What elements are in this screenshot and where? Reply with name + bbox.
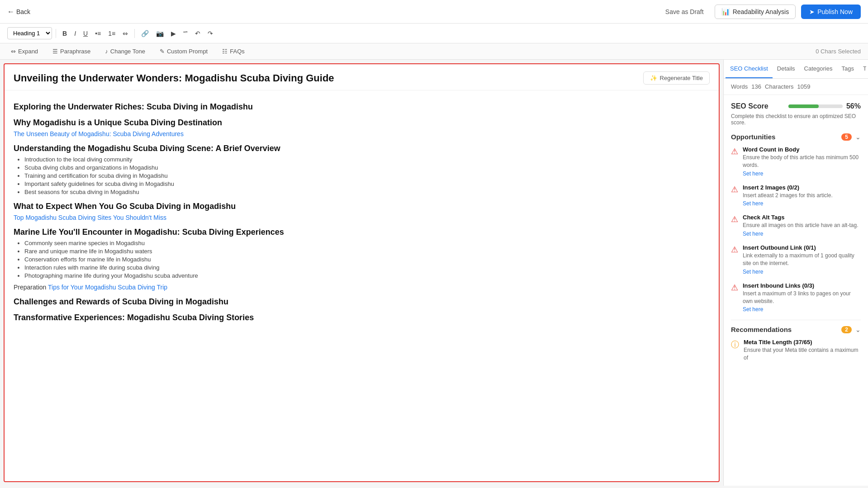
section-mixed-1: Preparation Tips for Your Mogadishu Scub… [14, 284, 710, 291]
tab-tags[interactable]: Tags [837, 60, 858, 78]
warning-icon-yellow-1: ⓘ [731, 339, 739, 350]
chars-selected-label: 0 Chars Selected [816, 48, 861, 55]
recommendations-count: 2 [841, 326, 852, 333]
opportunities-header[interactable]: Opportunities 5 ⌄ [731, 133, 861, 141]
italic-button[interactable]: I [71, 28, 79, 39]
set-here-link-4[interactable]: Set here [743, 269, 861, 275]
faqs-icon: ☷ [222, 48, 228, 55]
opportunity-details-4: Insert Outbound Link (0/1) Link external… [743, 244, 861, 275]
set-here-link-2[interactable]: Set here [743, 200, 833, 207]
chars-label: Characters [765, 83, 794, 90]
tab-categories[interactable]: Categories [800, 60, 837, 78]
change-tone-button[interactable]: ♪ Change Tone [101, 46, 149, 57]
opportunities-title: Opportunities [731, 133, 775, 141]
section-link-3[interactable]: Tips for Your Mogadishu Scuba Diving Tri… [48, 284, 167, 291]
bullet-list-button[interactable]: •≡ [92, 28, 104, 39]
seo-panel: SEO Score 56% Complete this checklist to… [724, 95, 868, 486]
list-item: Conservation efforts for marine life in … [24, 256, 710, 263]
section-link-2[interactable]: Top Mogadishu Scuba Diving Sites You Sho… [14, 214, 710, 221]
faqs-button[interactable]: ☷ FAQs [218, 46, 248, 57]
link-button[interactable]: 🔗 [138, 28, 152, 39]
warning-icon-1: ⚠ [731, 147, 738, 156]
section-heading-3: Understanding the Mogadishu Scuba Diving… [14, 144, 710, 153]
list-item: Photographing marine life during your Mo… [24, 272, 710, 279]
editor-content: Exploring the Underwater Riches: Scuba D… [5, 90, 719, 334]
opportunity-details-3: Check Alt Tags Ensure all images on this… [743, 214, 858, 237]
section-heading-5: Marine Life You'll Encounter in Mogadish… [14, 227, 710, 237]
custom-prompt-button[interactable]: ✎ Custom Prompt [156, 46, 211, 57]
paraphrase-icon: ☰ [52, 48, 58, 55]
top-bar-right: Save as Draft 📊 Readability Analysis ➤ P… [660, 5, 861, 19]
change-tone-icon: ♪ [105, 48, 108, 55]
list-item: Introduction to the local diving communi… [24, 156, 710, 163]
tab-seo-checklist[interactable]: SEO Checklist [726, 60, 773, 78]
rec-desc-1: Ensure that your Meta title contains a m… [744, 346, 861, 362]
align-button[interactable]: ⇔ [120, 28, 131, 39]
undo-button[interactable]: ↶ [192, 28, 203, 39]
warning-icon-5: ⚠ [731, 283, 738, 293]
back-arrow-icon: ← [7, 8, 14, 16]
readability-button[interactable]: 📊 Readability Analysis [715, 5, 796, 19]
seo-score-row: SEO Score 56% [731, 102, 861, 110]
opportunity-item-3: ⚠ Check Alt Tags Ensure all images on th… [731, 214, 861, 237]
regenerate-title-button[interactable]: ✨ Regenerate Title [643, 71, 710, 85]
publish-button[interactable]: ➤ Publish Now [801, 5, 861, 19]
list-item: Commonly seen marine species in Mogadish… [24, 240, 710, 246]
opp-desc-1: Ensure the body of this article has mini… [743, 154, 861, 169]
top-bar-left: ← Back [7, 8, 30, 16]
opp-desc-4: Link externally to a maximum of 1 good q… [743, 252, 861, 267]
expand-icon: ⇔ [11, 48, 16, 55]
words-label: Words [731, 83, 748, 90]
warning-icon-3: ⚠ [731, 214, 738, 224]
tab-translations[interactable]: Translations [859, 60, 866, 78]
opportunity-item-2: ⚠ Insert 2 Images (0/2) Insert atleast 2… [731, 184, 861, 207]
ordered-list-button[interactable]: 1≡ [105, 28, 118, 39]
top-bar: ← Back Save as Draft 📊 Readability Analy… [0, 0, 868, 24]
opportunity-item-5: ⚠ Insert Inbound Links (0/3) Insert a ma… [731, 282, 861, 313]
editor-area[interactable]: Unveiling the Underwater Wonders: Mogadi… [4, 63, 720, 482]
quote-button[interactable]: “” [180, 28, 190, 39]
ai-toolbar: ⇔ Expand ☰ Paraphrase ♪ Change Tone ✎ Cu… [0, 43, 868, 60]
seo-progress-bar-fill [788, 104, 819, 108]
rec-title-1: Meta Title Length (37/65) [744, 339, 861, 346]
list-item: Important safety guidelines for scuba di… [24, 180, 710, 187]
back-button[interactable]: ← Back [7, 8, 30, 16]
underline-button[interactable]: U [81, 28, 90, 39]
recommendations-chevron-icon: ⌄ [855, 326, 861, 333]
image-button[interactable]: 📷 [153, 28, 166, 39]
main-layout: Unveiling the Underwater Wonders: Mogadi… [0, 60, 868, 486]
article-title[interactable]: Unveiling the Underwater Wonders: Mogadi… [14, 72, 643, 84]
toolbar-divider-2 [134, 29, 135, 38]
recommendations-header[interactable]: Recommendations 2 ⌄ [731, 326, 861, 333]
set-here-link-5[interactable]: Set here [743, 306, 861, 313]
prefix-text: Preparation [14, 284, 48, 291]
right-panel: SEO Checklist Details Categories Tags Tr… [723, 60, 868, 486]
paraphrase-button[interactable]: ☰ Paraphrase [49, 46, 94, 57]
video-button[interactable]: ▶ [168, 28, 179, 39]
list-item: Rare and unique marine life in Mogadishu… [24, 248, 710, 255]
opportunities-section: Opportunities 5 ⌄ ⚠ Word Count in Body E… [731, 133, 861, 313]
heading-select[interactable]: Heading 1 Heading 2 Heading 3 Paragraph [7, 27, 52, 39]
seo-tabs-row: SEO Checklist Details Categories Tags Tr… [724, 60, 868, 79]
recommendations-header-right: 2 ⌄ [841, 326, 861, 333]
words-count: 136 [751, 83, 761, 90]
section-list-1: Introduction to the local diving communi… [14, 156, 710, 195]
readability-icon: 📊 [721, 8, 730, 16]
expand-button[interactable]: ⇔ Expand [7, 46, 42, 57]
seo-score-desc: Complete this checklist to ensure an opt… [731, 113, 861, 126]
formatting-toolbar: Heading 1 Heading 2 Heading 3 Paragraph … [0, 24, 868, 43]
opp-title-2: Insert 2 Images (0/2) [743, 184, 833, 191]
list-item: Scuba diving clubs and organizations in … [24, 164, 710, 171]
save-draft-button[interactable]: Save as Draft [660, 5, 709, 18]
bold-button[interactable]: B [60, 28, 70, 39]
tab-details[interactable]: Details [773, 60, 800, 78]
set-here-link-1[interactable]: Set here [743, 171, 861, 177]
seo-progress-bar-bg [788, 104, 843, 108]
redo-button[interactable]: ↷ [205, 28, 216, 39]
opp-desc-2: Insert atleast 2 images for this article… [743, 192, 833, 199]
seo-score-title: SEO Score [731, 102, 768, 110]
section-link-1[interactable]: The Unseen Beauty of Mogadishu: Scuba Di… [14, 130, 710, 137]
set-here-link-3[interactable]: Set here [743, 231, 858, 237]
opportunity-details-5: Insert Inbound Links (0/3) Insert a maxi… [743, 282, 861, 313]
toolbar-divider-1 [56, 29, 56, 38]
